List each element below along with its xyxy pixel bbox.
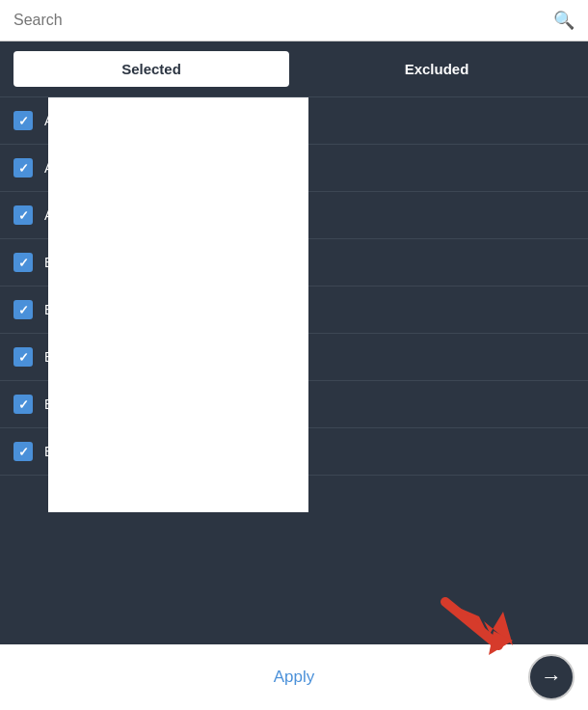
checkbox-7[interactable] bbox=[13, 395, 33, 414]
checkbox-1[interactable] bbox=[13, 111, 33, 130]
checkbox-8[interactable] bbox=[13, 442, 33, 461]
checkbox-5[interactable] bbox=[13, 300, 33, 319]
checkbox-2[interactable] bbox=[13, 158, 33, 178]
footer: Apply bbox=[0, 644, 588, 710]
search-bar: 🔍 bbox=[0, 0, 588, 41]
overlay-panel bbox=[48, 97, 308, 512]
tabs-row: Selected Excluded bbox=[0, 41, 588, 96]
checkbox-4[interactable] bbox=[13, 253, 33, 272]
list-container: As 3047 Av Ax - 18002 Ba rskrets - 14004… bbox=[0, 96, 588, 644]
tab-excluded[interactable]: Excluded bbox=[299, 51, 575, 87]
tab-selected[interactable]: Selected bbox=[13, 51, 289, 87]
next-arrow-button[interactable] bbox=[528, 654, 575, 700]
apply-button[interactable]: Apply bbox=[13, 656, 575, 698]
search-icon: 🔍 bbox=[553, 10, 575, 31]
search-input[interactable] bbox=[13, 12, 553, 29]
checkbox-3[interactable] bbox=[13, 205, 33, 225]
checkbox-6[interactable] bbox=[13, 347, 33, 367]
